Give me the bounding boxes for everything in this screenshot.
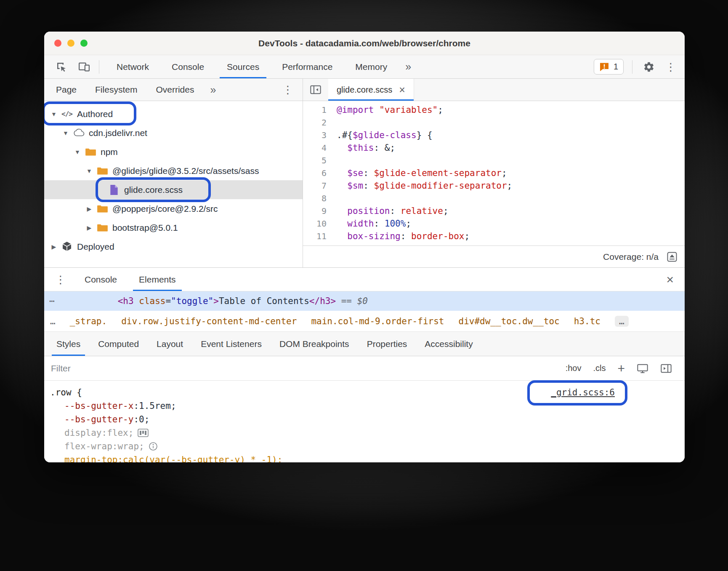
code-area[interactable]: 1@import "variables";23.#{$glide-class} … xyxy=(303,101,685,245)
sources-tab-filesystem[interactable]: Filesystem xyxy=(86,85,146,95)
toolbar-tab-console[interactable]: Console xyxy=(160,55,215,78)
breadcrumb-div-row-justify-content-md-center[interactable]: div.row.justify-content-md-center xyxy=(121,316,297,326)
collapse-sidebar-icon[interactable] xyxy=(303,79,328,101)
css-property-value[interactable]: calc(var(--bs-gutter-y) * -1) xyxy=(123,453,277,462)
disclosure-arrow-icon[interactable]: ▶ xyxy=(84,205,95,212)
disclosure-arrow-icon[interactable]: ▼ xyxy=(72,149,83,155)
open-coverage-icon[interactable] xyxy=(666,251,678,263)
toolbar-tab-network[interactable]: Network xyxy=(105,55,160,78)
drawer-tab-elements[interactable]: Elements xyxy=(128,268,187,291)
tree-item-deployed[interactable]: ▶Deployed xyxy=(44,237,303,256)
css-selector[interactable]: .row { xyxy=(50,386,82,399)
code-line: 8 xyxy=(303,192,685,205)
filter-input[interactable] xyxy=(51,363,554,374)
line-number[interactable]: 4 xyxy=(303,141,337,154)
styles-tab-accessibility[interactable]: Accessibility xyxy=(416,332,481,356)
disclosure-arrow-icon[interactable]: ▶ xyxy=(84,224,95,231)
device-toolbar-icon[interactable] xyxy=(76,59,92,75)
disclosure-arrow-icon[interactable]: ▼ xyxy=(60,130,71,136)
code-token: : xyxy=(390,206,400,216)
tree-item-glidejs-glide-3-5-2-src-assets-sass[interactable]: ▼@glidejs/glide@3.5.2/src/assets/sass xyxy=(44,161,303,180)
css-property-name[interactable]: --bs-gutter-x xyxy=(64,399,133,413)
toggle-classes-button[interactable]: .cls xyxy=(593,363,606,373)
toolbar-tab-performance[interactable]: Performance xyxy=(271,55,344,78)
styles-tab-layout[interactable]: Layout xyxy=(148,332,192,356)
line-number[interactable]: 2 xyxy=(303,116,337,129)
close-drawer-icon[interactable]: × xyxy=(666,268,685,291)
breadcrumb-main-col-md-9-order-first[interactable]: main.col-md-9.order-first xyxy=(311,316,444,326)
issues-button[interactable]: 1 xyxy=(594,59,624,75)
close-window-button[interactable] xyxy=(54,40,61,47)
markup-token: > xyxy=(213,296,219,306)
disclosure-arrow-icon[interactable]: ▼ xyxy=(84,168,95,174)
new-style-rule-button[interactable]: + xyxy=(617,362,625,375)
styles-tab-styles[interactable]: Styles xyxy=(48,332,89,356)
line-number[interactable]: 8 xyxy=(303,192,337,205)
drawer-tab-console[interactable]: Console xyxy=(74,268,128,291)
gear-icon[interactable] xyxy=(641,59,657,75)
code-token: border-box xyxy=(411,231,464,241)
code-text: $sm: $glide-modifier-separator; xyxy=(337,179,512,192)
more-panels-icon[interactable]: » xyxy=(399,55,418,78)
disclosure-arrow-icon[interactable]: ▶ xyxy=(48,243,59,250)
inspect-icon[interactable] xyxy=(53,59,69,75)
line-number[interactable]: 3 xyxy=(303,129,337,141)
line-number[interactable]: 9 xyxy=(303,205,337,217)
minimize-window-button[interactable] xyxy=(67,40,74,47)
styles-tab-event-listeners[interactable]: Event Listeners xyxy=(192,332,271,356)
selected-element-row[interactable]: ⋯ <h3 class="toggle">Table of Contents</… xyxy=(44,291,685,311)
more-tabs-icon[interactable]: » xyxy=(203,84,223,96)
css-semicolon: ; xyxy=(128,426,134,440)
toolbar-divider xyxy=(632,60,632,74)
css-property-value[interactable]: wrap xyxy=(117,440,139,453)
tree-item-authored[interactable]: ▼</>Authored xyxy=(44,104,303,123)
line-number[interactable]: 11 xyxy=(303,230,337,243)
tree-item-bootstrap-5-0-1[interactable]: ▶bootstrap@5.0.1 xyxy=(44,218,303,237)
line-number[interactable]: 1 xyxy=(303,104,337,116)
kebab-menu-icon[interactable]: ⋮ xyxy=(282,84,303,95)
toggle-hover-state-button[interactable]: :hov xyxy=(566,363,582,373)
styles-tab-properties[interactable]: Properties xyxy=(358,332,416,356)
kebab-menu-icon[interactable]: ⋮ xyxy=(44,268,74,291)
line-number[interactable]: 10 xyxy=(303,217,337,230)
kebab-menu-icon[interactable]: ⋮ xyxy=(665,61,676,72)
tree-item-glide-core-scss[interactable]: glide.core.scss xyxy=(44,180,303,199)
flex-editor-icon[interactable] xyxy=(138,429,149,437)
css-property-name[interactable]: flex-wrap xyxy=(64,440,112,453)
toolbar-tab-sources[interactable]: Sources xyxy=(215,55,271,78)
css-property-value[interactable]: 1.5rem xyxy=(139,399,171,413)
disclosure-arrow-icon[interactable]: ▼ xyxy=(48,111,59,117)
line-number[interactable]: 7 xyxy=(303,179,337,192)
breadcrumb-div-dw-toc-dw-toc[interactable]: div#dw__toc.dw__toc xyxy=(458,316,559,326)
line-number[interactable]: 5 xyxy=(303,154,337,167)
sources-tab-page[interactable]: Page xyxy=(47,85,86,95)
styles-tab-computed[interactable]: Computed xyxy=(89,332,148,356)
css-property-value[interactable]: 0 xyxy=(139,413,144,426)
breadcrumb-ellipsis[interactable]: … xyxy=(50,316,56,326)
toolbar-tab-memory[interactable]: Memory xyxy=(344,55,399,78)
editor-tab[interactable]: glide.core.scss × xyxy=(328,79,414,101)
css-property-name[interactable]: --bs-gutter-y xyxy=(64,413,133,426)
sources-tab-overrides[interactable]: Overrides xyxy=(146,85,203,95)
line-number[interactable]: 6 xyxy=(303,167,337,179)
markup-token: "toggle" xyxy=(171,296,213,306)
close-tab-icon[interactable]: × xyxy=(399,84,405,96)
css-property-value[interactable]: flex xyxy=(107,426,128,440)
tree-item-npm[interactable]: ▼npm xyxy=(44,142,303,161)
file-icon xyxy=(107,184,121,196)
styles-tab-dom-breakpoints[interactable]: DOM Breakpoints xyxy=(271,332,358,356)
main-toolbar: NetworkConsoleSourcesPerformanceMemory »… xyxy=(44,55,685,79)
breadcrumb-h3-tc[interactable]: h3.tc xyxy=(574,316,600,326)
css-property-name[interactable]: display xyxy=(64,426,102,440)
sidebar-toggle-icon[interactable] xyxy=(660,363,672,374)
tree-item-popperjs-core-2-9-2-src[interactable]: ▶@popperjs/core@2.9.2/src xyxy=(44,199,303,218)
source-link[interactable]: _grid.scss:6 xyxy=(551,386,615,399)
tree-item-cdn-jsdelivr-net[interactable]: ▼cdn.jsdelivr.net xyxy=(44,123,303,142)
breadcrumb-ellipsis[interactable]: … xyxy=(615,316,629,327)
code-token xyxy=(374,105,380,115)
monitor-icon[interactable] xyxy=(637,363,648,374)
code-token: ; xyxy=(507,181,513,191)
breadcrumb-strap[interactable]: _strap. xyxy=(70,316,107,326)
css-property-name[interactable]: margin-top xyxy=(64,453,117,462)
zoom-window-button[interactable] xyxy=(80,40,88,47)
